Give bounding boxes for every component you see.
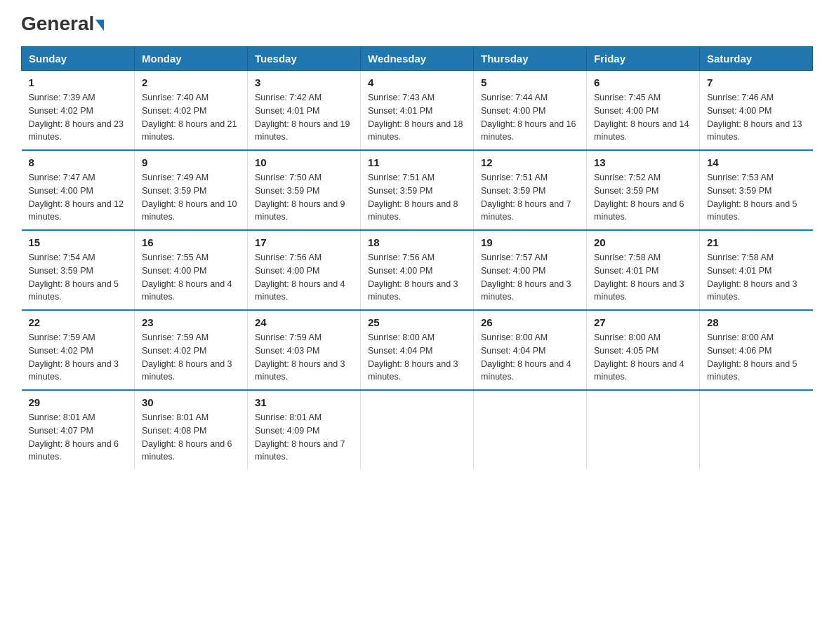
logo-triangle-icon (95, 20, 104, 31)
day-info: Sunrise: 7:39 AMSunset: 4:02 PMDaylight:… (29, 93, 124, 142)
week-row-4: 22 Sunrise: 7:59 AMSunset: 4:02 PMDaylig… (22, 310, 813, 390)
day-info: Sunrise: 8:01 AMSunset: 4:08 PMDaylight:… (142, 412, 232, 462)
weekday-header-row: SundayMondayTuesdayWednesdayThursdayFrid… (22, 47, 813, 71)
day-info: Sunrise: 7:56 AMSunset: 4:00 PMDaylight:… (368, 253, 458, 302)
day-cell: 6 Sunrise: 7:45 AMSunset: 4:00 PMDayligh… (587, 71, 700, 151)
day-cell: 7 Sunrise: 7:46 AMSunset: 4:00 PMDayligh… (700, 71, 813, 151)
day-cell: 22 Sunrise: 7:59 AMSunset: 4:02 PMDaylig… (22, 310, 135, 390)
day-number: 10 (255, 156, 353, 168)
day-info: Sunrise: 8:00 AMSunset: 4:04 PMDaylight:… (481, 333, 571, 382)
day-info: Sunrise: 7:45 AMSunset: 4:00 PMDaylight:… (594, 93, 689, 142)
day-cell (700, 390, 813, 469)
day-info: Sunrise: 7:59 AMSunset: 4:03 PMDaylight:… (255, 333, 345, 382)
day-cell: 4 Sunrise: 7:43 AMSunset: 4:01 PMDayligh… (361, 71, 474, 151)
day-cell: 13 Sunrise: 7:52 AMSunset: 3:59 PMDaylig… (587, 150, 700, 230)
day-number: 30 (142, 396, 240, 408)
day-number: 13 (594, 156, 692, 168)
week-row-2: 8 Sunrise: 7:47 AMSunset: 4:00 PMDayligh… (22, 150, 813, 230)
day-info: Sunrise: 7:59 AMSunset: 4:02 PMDaylight:… (142, 333, 232, 382)
day-number: 21 (707, 236, 806, 248)
day-cell: 15 Sunrise: 7:54 AMSunset: 3:59 PMDaylig… (22, 230, 135, 310)
day-number: 11 (368, 156, 466, 168)
weekday-header-sunday: Sunday (22, 47, 135, 71)
day-cell: 8 Sunrise: 7:47 AMSunset: 4:00 PMDayligh… (22, 150, 135, 230)
day-cell: 14 Sunrise: 7:53 AMSunset: 3:59 PMDaylig… (700, 150, 813, 230)
day-number: 23 (142, 316, 240, 328)
day-number: 28 (707, 316, 806, 328)
weekday-header-tuesday: Tuesday (248, 47, 361, 71)
day-cell (587, 390, 700, 469)
day-info: Sunrise: 7:53 AMSunset: 3:59 PMDaylight:… (707, 173, 797, 222)
day-number: 2 (142, 76, 240, 88)
day-number: 18 (368, 236, 466, 248)
logo: General (21, 14, 104, 32)
day-number: 7 (707, 76, 806, 88)
day-info: Sunrise: 8:00 AMSunset: 4:04 PMDaylight:… (368, 333, 458, 382)
calendar-table: SundayMondayTuesdayWednesdayThursdayFrid… (21, 46, 813, 469)
day-info: Sunrise: 7:46 AMSunset: 4:00 PMDaylight:… (707, 93, 802, 142)
day-cell: 20 Sunrise: 7:58 AMSunset: 4:01 PMDaylig… (587, 230, 700, 310)
weekday-header-friday: Friday (587, 47, 700, 71)
day-info: Sunrise: 7:43 AMSunset: 4:01 PMDaylight:… (368, 93, 463, 142)
day-cell: 26 Sunrise: 8:00 AMSunset: 4:04 PMDaylig… (474, 310, 587, 390)
day-cell: 31 Sunrise: 8:01 AMSunset: 4:09 PMDaylig… (248, 390, 361, 469)
day-number: 8 (29, 156, 128, 168)
day-info: Sunrise: 7:54 AMSunset: 3:59 PMDaylight:… (29, 253, 119, 302)
day-cell: 5 Sunrise: 7:44 AMSunset: 4:00 PMDayligh… (474, 71, 587, 151)
logo-top: General (21, 14, 104, 34)
day-number: 4 (368, 76, 466, 88)
day-cell: 1 Sunrise: 7:39 AMSunset: 4:02 PMDayligh… (22, 71, 135, 151)
day-number: 16 (142, 236, 240, 248)
day-number: 25 (368, 316, 466, 328)
day-cell (474, 390, 587, 469)
day-number: 14 (707, 156, 806, 168)
day-info: Sunrise: 7:57 AMSunset: 4:00 PMDaylight:… (481, 253, 571, 302)
day-info: Sunrise: 7:58 AMSunset: 4:01 PMDaylight:… (707, 253, 797, 302)
day-info: Sunrise: 8:01 AMSunset: 4:07 PMDaylight:… (29, 412, 119, 462)
page-header: General (21, 14, 813, 32)
day-cell: 3 Sunrise: 7:42 AMSunset: 4:01 PMDayligh… (248, 71, 361, 151)
day-cell: 24 Sunrise: 7:59 AMSunset: 4:03 PMDaylig… (248, 310, 361, 390)
day-cell: 18 Sunrise: 7:56 AMSunset: 4:00 PMDaylig… (361, 230, 474, 310)
week-row-1: 1 Sunrise: 7:39 AMSunset: 4:02 PMDayligh… (22, 71, 813, 151)
day-number: 9 (142, 156, 240, 168)
day-number: 5 (481, 76, 579, 88)
day-info: Sunrise: 7:55 AMSunset: 4:00 PMDaylight:… (142, 253, 232, 302)
day-info: Sunrise: 7:51 AMSunset: 3:59 PMDaylight:… (368, 173, 458, 222)
day-cell: 2 Sunrise: 7:40 AMSunset: 4:02 PMDayligh… (135, 71, 248, 151)
day-cell (361, 390, 474, 469)
day-number: 22 (29, 316, 128, 328)
day-info: Sunrise: 7:47 AMSunset: 4:00 PMDaylight:… (29, 173, 124, 222)
day-number: 24 (255, 316, 353, 328)
day-number: 31 (255, 396, 353, 408)
day-number: 27 (594, 316, 692, 328)
day-number: 3 (255, 76, 353, 88)
day-cell: 17 Sunrise: 7:56 AMSunset: 4:00 PMDaylig… (248, 230, 361, 310)
day-cell: 30 Sunrise: 8:01 AMSunset: 4:08 PMDaylig… (135, 390, 248, 469)
weekday-header-saturday: Saturday (700, 47, 813, 71)
day-info: Sunrise: 7:56 AMSunset: 4:00 PMDaylight:… (255, 253, 345, 302)
day-info: Sunrise: 7:51 AMSunset: 3:59 PMDaylight:… (481, 173, 571, 222)
day-info: Sunrise: 7:52 AMSunset: 3:59 PMDaylight:… (594, 173, 684, 222)
day-cell: 28 Sunrise: 8:00 AMSunset: 4:06 PMDaylig… (700, 310, 813, 390)
day-info: Sunrise: 7:59 AMSunset: 4:02 PMDaylight:… (29, 333, 119, 382)
day-info: Sunrise: 8:01 AMSunset: 4:09 PMDaylight:… (255, 412, 345, 462)
day-number: 20 (594, 236, 692, 248)
day-cell: 16 Sunrise: 7:55 AMSunset: 4:00 PMDaylig… (135, 230, 248, 310)
day-cell: 12 Sunrise: 7:51 AMSunset: 3:59 PMDaylig… (474, 150, 587, 230)
day-number: 12 (481, 156, 579, 168)
day-cell: 29 Sunrise: 8:01 AMSunset: 4:07 PMDaylig… (22, 390, 135, 469)
day-info: Sunrise: 7:40 AMSunset: 4:02 PMDaylight:… (142, 93, 237, 142)
day-cell: 9 Sunrise: 7:49 AMSunset: 3:59 PMDayligh… (135, 150, 248, 230)
day-info: Sunrise: 7:50 AMSunset: 3:59 PMDaylight:… (255, 173, 345, 222)
day-number: 15 (29, 236, 128, 248)
weekday-header-monday: Monday (135, 47, 248, 71)
day-info: Sunrise: 8:00 AMSunset: 4:06 PMDaylight:… (707, 333, 797, 382)
day-info: Sunrise: 8:00 AMSunset: 4:05 PMDaylight:… (594, 333, 684, 382)
week-row-3: 15 Sunrise: 7:54 AMSunset: 3:59 PMDaylig… (22, 230, 813, 310)
day-number: 29 (29, 396, 128, 408)
day-cell: 11 Sunrise: 7:51 AMSunset: 3:59 PMDaylig… (361, 150, 474, 230)
day-cell: 25 Sunrise: 8:00 AMSunset: 4:04 PMDaylig… (361, 310, 474, 390)
day-cell: 21 Sunrise: 7:58 AMSunset: 4:01 PMDaylig… (700, 230, 813, 310)
day-number: 26 (481, 316, 579, 328)
